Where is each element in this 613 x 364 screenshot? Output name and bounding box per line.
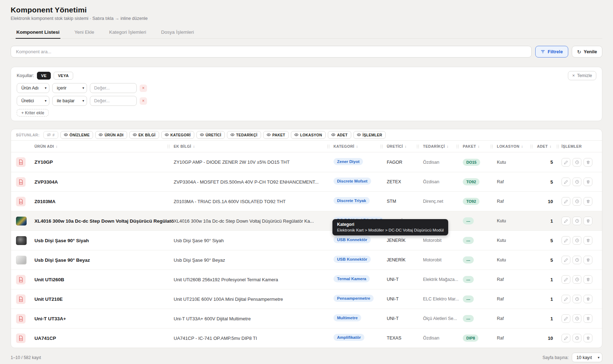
delete-button[interactable] <box>584 314 592 323</box>
logic-and-button[interactable]: VE <box>37 72 51 80</box>
refresh-button[interactable]: ↻ Yenile <box>572 46 602 58</box>
table-row[interactable]: PDFZY10GPZY10GP AMP - DIODE ZENER 2W 10V… <box>11 152 602 172</box>
table-row[interactable]: PDFUnit UT210EUnit UT210E 600V 100A Mini… <box>11 289 602 309</box>
pdf-preview-icon[interactable]: PDF <box>16 333 26 343</box>
column-drag-handle[interactable] <box>456 145 459 148</box>
edit-button[interactable] <box>562 197 570 206</box>
sort-icon[interactable]: ↕ <box>193 145 195 148</box>
drag-handle-icon[interactable] <box>327 145 330 148</box>
pdf-preview-icon[interactable]: PDF <box>16 314 26 324</box>
edit-button[interactable] <box>562 256 570 264</box>
criteria-field-select[interactable]: Üretici <box>17 96 49 106</box>
remove-criteria-button[interactable]: × <box>140 97 147 105</box>
sort-icon[interactable]: ↕ <box>356 145 358 148</box>
table-row[interactable]: XL4016 300w 10a Dc-dc Step Down Voltaj D… <box>11 211 602 230</box>
tab-yeni-ekle[interactable]: Yeni Ekle <box>74 27 95 38</box>
category-badge[interactable]: USB Konnektör <box>333 236 371 243</box>
column-chip-kategori[interactable]: KATEGORİ <box>161 131 194 139</box>
history-button[interactable] <box>573 275 581 284</box>
tab-dosya-islemleri[interactable]: Dosya İşlemleri <box>161 27 195 38</box>
column-drag-handle[interactable] <box>530 145 533 148</box>
column-chip-tedarikci[interactable]: TEDARİKÇİ <box>227 131 261 139</box>
category-badge[interactable]: Discrete Triyak <box>333 197 370 204</box>
criteria-value-input[interactable] <box>90 96 137 106</box>
delete-button[interactable] <box>584 217 592 225</box>
delete-button[interactable] <box>584 334 592 342</box>
remove-criteria-button[interactable]: × <box>140 85 147 92</box>
clear-filters-button[interactable]: × Temizle <box>568 71 596 80</box>
column-drag-handle[interactable] <box>327 145 330 148</box>
category-badge[interactable]: Amplifikatör <box>333 334 364 341</box>
column-header-urun-adi[interactable]: ÜRÜN ADI↕ <box>34 141 174 152</box>
edit-button[interactable] <box>562 178 570 186</box>
column-chip-lokasyon[interactable]: LOKASYON <box>291 131 326 139</box>
column-header-ek-bilgi[interactable]: EK BİLGİ↕ <box>174 141 333 152</box>
column-drag-handle[interactable] <box>380 145 383 148</box>
sort-icon[interactable]: ↕ <box>478 145 480 148</box>
column-header-tedarikci[interactable]: TEDARİKÇİ↕ <box>423 141 463 152</box>
table-row[interactable]: PDFZVP3304AZVP3304A - MOSFET DIS.500mA 4… <box>11 172 602 191</box>
category-badge[interactable]: Zener Diyot <box>333 158 363 165</box>
category-badge[interactable]: USB Konnektör <box>333 256 371 263</box>
drag-handle-icon[interactable] <box>456 145 459 148</box>
criteria-value-input[interactable] <box>90 83 137 93</box>
delete-button[interactable] <box>584 295 592 303</box>
search-input[interactable] <box>11 46 532 58</box>
edit-button[interactable] <box>562 236 570 245</box>
sort-icon[interactable]: ↕ <box>550 145 552 148</box>
product-photo-thumbnail[interactable] <box>16 236 27 245</box>
history-button[interactable] <box>573 217 581 225</box>
column-chip-hash[interactable]: # <box>43 131 58 139</box>
pdf-preview-icon[interactable]: PDF <box>16 157 26 167</box>
history-button[interactable] <box>573 197 581 206</box>
sort-icon[interactable]: ↕ <box>447 145 449 148</box>
drag-handle-icon[interactable] <box>490 145 493 148</box>
edit-button[interactable] <box>562 217 570 225</box>
history-button[interactable] <box>573 256 581 264</box>
column-chip-urun-adi[interactable]: ÜRÜN ADI <box>95 131 127 139</box>
table-row[interactable]: PDFZ0103MAZ0103MA - TRIAC DIS.1A 600V IS… <box>11 191 602 211</box>
column-drag-handle[interactable] <box>490 145 493 148</box>
category-badge[interactable]: Multimetre <box>333 314 361 321</box>
product-photo-thumbnail[interactable] <box>16 217 27 226</box>
column-header-paket[interactable]: PAKET↕ <box>463 141 497 152</box>
edit-button[interactable] <box>562 314 570 323</box>
column-header-uretici[interactable]: ÜRETİCİ↕ <box>387 141 423 152</box>
drag-handle-icon[interactable] <box>416 145 419 148</box>
edit-button[interactable] <box>562 275 570 284</box>
criteria-operator-select[interactable]: ile başlar <box>52 96 87 106</box>
category-badge[interactable]: Discrete Mofset <box>333 178 371 185</box>
tab-kategori-islemleri[interactable]: Kategori İşlemleri <box>108 27 147 38</box>
sort-icon[interactable]: ↕ <box>56 145 58 148</box>
delete-button[interactable] <box>584 158 592 167</box>
table-row[interactable]: PDFUni-T UT33A+Uni-T UT33A+ 600V Dijital… <box>11 309 602 328</box>
table-row[interactable]: Usb Dişi Şase 90° BeyazUsb Dişi Şase 90°… <box>11 250 602 270</box>
pdf-preview-icon[interactable]: PDF <box>16 177 26 187</box>
history-button[interactable] <box>573 295 581 303</box>
filter-button[interactable]: Filtrele <box>535 46 568 58</box>
delete-button[interactable] <box>584 275 592 284</box>
pdf-preview-icon[interactable]: PDF <box>16 294 26 304</box>
column-chip-uretici[interactable]: ÜRETİCİ <box>196 131 225 139</box>
column-header-lokasyon[interactable]: LOKASYON↕ <box>497 141 537 152</box>
delete-button[interactable] <box>584 256 592 264</box>
drag-handle-icon[interactable] <box>556 145 559 148</box>
history-button[interactable] <box>573 178 581 186</box>
delete-button[interactable] <box>584 236 592 245</box>
table-row[interactable]: PDFUA741CPUA741CP - IC-741 OP.AMP.5mv DI… <box>11 328 602 348</box>
history-button[interactable] <box>573 158 581 167</box>
history-button[interactable] <box>573 334 581 342</box>
category-badge[interactable]: Pensampermetre <box>333 295 374 302</box>
column-chip-paket[interactable]: PAKET <box>263 131 289 139</box>
column-drag-handle[interactable] <box>556 145 559 148</box>
delete-button[interactable] <box>584 178 592 186</box>
criteria-field-select[interactable]: Ürün Adı <box>17 83 49 93</box>
product-photo-thumbnail[interactable] <box>16 256 27 265</box>
column-header-adet[interactable]: ADET↕ <box>537 141 562 152</box>
per-page-select[interactable]: 10 kayıt <box>572 353 602 362</box>
tab-komponent-listesi[interactable]: Komponent Listesi <box>16 27 60 39</box>
drag-handle-icon[interactable] <box>167 145 170 148</box>
column-chip-onizleme[interactable]: ÖNİZLEME <box>60 131 93 139</box>
sort-icon[interactable]: ↕ <box>405 145 407 148</box>
column-chip-ek-bilgi[interactable]: EK BİLGİ <box>129 131 159 139</box>
